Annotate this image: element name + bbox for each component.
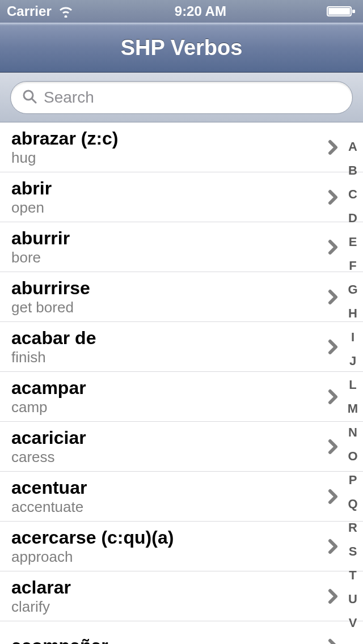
svg-rect-2 [352,10,355,13]
search-bar [0,73,363,122]
verb-subtitle: hug [11,150,318,166]
verb-title: aburrirse [11,278,318,298]
chevron-right-icon [328,439,339,455]
wifi-icon [57,5,74,18]
verb-title: acompañar [11,636,318,644]
chevron-right-icon [328,239,339,255]
index-letter[interactable]: S [343,540,363,564]
list-item[interactable]: acompañar [0,621,363,644]
verb-subtitle: approach [11,549,318,565]
verb-title: abrazar (z:c) [11,129,318,149]
verb-list[interactable]: abrazar (z:c)hugabriropenaburrirboreabur… [0,122,363,644]
list-item[interactable]: abriropen [0,172,363,222]
index-letter[interactable]: M [343,397,363,421]
index-letter[interactable]: D [343,206,363,230]
verb-subtitle: caress [11,449,318,465]
index-letter[interactable]: E [343,230,363,254]
index-letter[interactable]: A [343,135,363,159]
verb-title: acentuar [11,478,318,498]
verb-subtitle: get bored [11,299,318,316]
chevron-right-icon [328,389,339,405]
list-item[interactable]: acamparcamp [0,372,363,422]
chevron-right-icon [328,339,339,355]
search-icon [22,89,37,106]
carrier-label: Carrier [7,3,52,19]
chevron-right-icon [328,489,339,505]
index-letter[interactable]: H [343,302,363,325]
index-letter[interactable]: T [343,564,363,587]
status-right [327,5,356,18]
status-bar: Carrier 9:20 AM [0,0,363,23]
list-item[interactable]: acariciarcaress [0,422,363,472]
list-item[interactable]: acercarse (c:qu)(a)approach [0,522,363,571]
verb-title: aclarar [11,578,318,598]
status-left: Carrier [7,3,74,19]
svg-line-4 [32,99,36,103]
row-text: acentuaraccentuate [11,478,318,515]
row-text: acamparcamp [11,378,318,416]
chevron-right-icon [328,139,339,155]
page-title: SHP Verbos [121,36,243,60]
row-text: acercarse (c:qu)(a)approach [11,528,318,565]
row-text: acompañar [11,636,318,644]
index-letter[interactable]: Q [343,492,363,516]
verb-title: abrir [11,179,318,198]
chevron-right-icon [328,539,339,554]
verb-subtitle: finish [11,349,318,366]
row-text: aburrirbore [11,228,318,266]
chevron-right-icon [328,588,339,604]
index-letter[interactable]: U [343,587,363,611]
verb-title: acariciar [11,428,318,448]
verb-title: acabar de [11,328,318,348]
verb-subtitle: camp [11,399,318,416]
verb-title: aburrir [11,228,318,248]
verb-subtitle: bore [11,249,318,266]
list-item[interactable]: abrazar (z:c)hug [0,122,363,172]
list-item[interactable]: acabar definish [0,322,363,372]
row-text: abrazar (z:c)hug [11,129,318,166]
verb-subtitle: open [11,200,318,216]
row-text: acabar definish [11,328,318,366]
index-letter[interactable]: N [343,421,363,444]
svg-rect-1 [328,8,350,15]
list-item[interactable]: aburrirseget bored [0,272,363,322]
index-letter[interactable]: V [343,611,363,635]
navigation-bar: SHP Verbos [0,23,363,73]
verb-title: acercarse (c:qu)(a) [11,528,318,548]
index-letter[interactable]: C [343,183,363,206]
index-letter[interactable]: B [343,159,363,183]
verb-subtitle: clarify [11,599,318,615]
search-box[interactable] [10,81,353,114]
index-letter[interactable]: O [343,444,363,468]
index-letter[interactable]: P [343,468,363,492]
index-letter[interactable]: L [343,373,363,397]
index-letter[interactable]: J [343,349,363,373]
battery-icon [327,5,356,18]
row-text: aburrirseget bored [11,278,318,316]
index-letter[interactable]: F [343,254,363,278]
chevron-right-icon [328,638,339,645]
index-letter[interactable]: R [343,516,363,540]
chevron-right-icon [328,189,339,205]
status-time: 9:20 AM [175,3,226,19]
row-text: acariciarcaress [11,428,318,465]
section-index[interactable]: ABCDEFGHIJLMNOPQRSTUV [343,122,363,644]
search-input[interactable] [44,88,341,107]
index-letter[interactable]: I [343,325,363,349]
verb-title: acampar [11,378,318,398]
row-text: aclararclarify [11,578,318,615]
list-item[interactable]: aburrirbore [0,222,363,272]
list-item[interactable]: acentuaraccentuate [0,472,363,522]
index-letter[interactable]: G [343,278,363,302]
verb-subtitle: accentuate [11,499,318,515]
chevron-right-icon [328,289,339,305]
list-item[interactable]: aclararclarify [0,571,363,621]
row-text: abriropen [11,179,318,216]
